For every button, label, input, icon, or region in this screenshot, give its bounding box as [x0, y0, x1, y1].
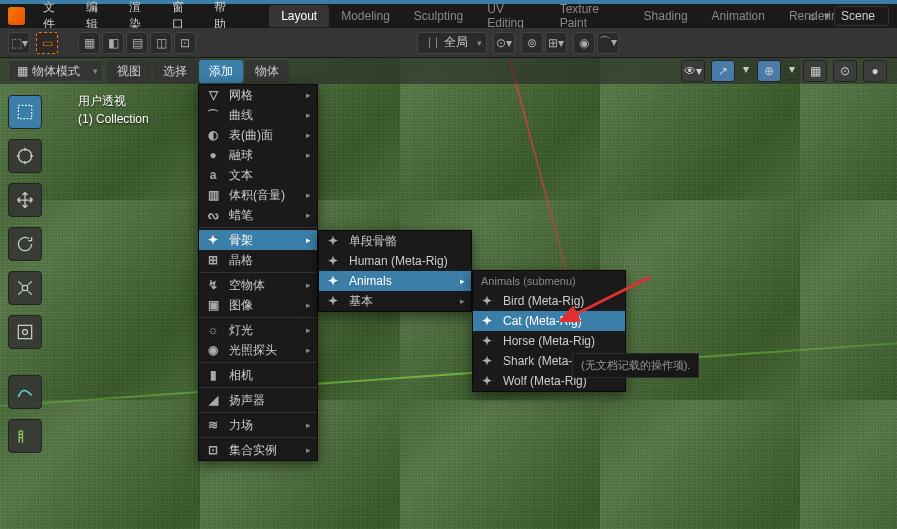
tab-shading[interactable]: Shading	[632, 5, 700, 27]
submenu-arrow-icon: ▸	[306, 210, 311, 220]
header-选择[interactable]: 选择	[153, 60, 197, 83]
snap-btn-4[interactable]: ◫	[150, 32, 172, 54]
annotate-tool[interactable]	[8, 375, 42, 409]
animals-Horse (Meta-Rig)[interactable]: ✦Horse (Meta-Rig)	[473, 331, 625, 351]
snap-toggle[interactable]: ⊚	[521, 32, 543, 54]
measure-tool[interactable]	[8, 419, 42, 453]
add-空物体[interactable]: ↯空物体▸	[199, 275, 317, 295]
add-文本-icon: a	[205, 168, 221, 182]
separator	[199, 362, 317, 363]
add-光照探头-icon: ◉	[205, 343, 221, 357]
snap-btn-5[interactable]: ⊡	[174, 32, 196, 54]
select-box-icon[interactable]: ▭	[36, 32, 58, 54]
add-表(曲)面[interactable]: ◐表(曲)面▸	[199, 125, 317, 145]
add-相机-icon: ▮	[205, 368, 221, 382]
move-tool[interactable]	[8, 183, 42, 217]
animals-Bird (Meta-Rig)-icon: ✦	[479, 294, 495, 308]
add-灯光-label: 灯光	[229, 322, 253, 339]
submenu-arrow-icon: ▸	[306, 235, 311, 245]
armature-基本-label: 基本	[349, 293, 373, 310]
add-骨架[interactable]: ✦骨架▸	[199, 230, 317, 250]
tab-sculpting[interactable]: Sculpting	[402, 5, 475, 27]
submenu-arrow-icon: ▸	[306, 420, 311, 430]
shading-solid[interactable]: ●	[863, 60, 887, 82]
proportional-curve[interactable]: ⌒▾	[597, 32, 619, 54]
gizmo-toggle[interactable]: ↗	[711, 60, 735, 82]
add-光照探头[interactable]: ◉光照探头▸	[199, 340, 317, 360]
scene-selector[interactable]: ☼ ▾	[804, 6, 889, 26]
select-tool[interactable]	[8, 95, 42, 129]
add-融球[interactable]: ●融球▸	[199, 145, 317, 165]
tab-layout[interactable]: Layout	[269, 5, 329, 27]
snap-settings[interactable]: ⊞▾	[545, 32, 567, 54]
collection-label: (1) Collection	[78, 110, 149, 128]
snap-btn-1[interactable]: ▦	[78, 32, 100, 54]
visibility-dropdown[interactable]: 👁▾	[681, 60, 705, 82]
animals-Bird (Meta-Rig)[interactable]: ✦Bird (Meta-Rig)	[473, 291, 625, 311]
add-扬声器[interactable]: ◢扬声器	[199, 390, 317, 410]
add-灯光[interactable]: ☼灯光▸	[199, 320, 317, 340]
add-蜡笔[interactable]: ᔓ蜡笔▸	[199, 205, 317, 225]
scene-icon: ☼	[804, 8, 820, 24]
add-扬声器-label: 扬声器	[229, 392, 265, 409]
add-图像[interactable]: ▣图像▸	[199, 295, 317, 315]
add-体积(音量)[interactable]: ▥体积(音量)▸	[199, 185, 317, 205]
add-晶格[interactable]: ⊞晶格	[199, 250, 317, 270]
cursor-tool[interactable]	[8, 139, 42, 173]
overlay-dropdown-icon[interactable]: ▾	[787, 60, 797, 82]
add-光照探头-label: 光照探头	[229, 342, 277, 359]
submenu-arrow-icon: ▸	[460, 276, 465, 286]
scene-dropdown-icon[interactable]: ▾	[824, 9, 830, 23]
scale-tool[interactable]	[8, 271, 42, 305]
mode-dropdown[interactable]: ▦物体模式	[8, 60, 103, 82]
add-相机-label: 相机	[229, 367, 253, 384]
tooltip: (无文档记载的操作项).	[572, 353, 699, 378]
rotate-tool[interactable]	[8, 227, 42, 261]
add-集合实例[interactable]: ⊡集合实例▸	[199, 440, 317, 460]
editor-type-dropdown[interactable]: ⬚▾	[8, 32, 30, 54]
snap-btn-3[interactable]: ▤	[126, 32, 148, 54]
armature-单段骨骼[interactable]: ✦单段骨骼	[319, 231, 471, 251]
xray-toggle[interactable]: ▦	[803, 60, 827, 82]
scene-name-input[interactable]	[834, 6, 889, 26]
submenu-arrow-icon: ▸	[306, 325, 311, 335]
header-物体[interactable]: 物体	[245, 60, 289, 83]
tab-animation[interactable]: Animation	[700, 5, 777, 27]
pivot-dropdown[interactable]: ⊙▾	[493, 32, 515, 54]
armature-Animals-label: Animals	[349, 274, 392, 288]
add-menu[interactable]: ▽网格▸⌒曲线▸◐表(曲)面▸●融球▸a文本▥体积(音量)▸ᔓ蜡笔▸✦骨架▸⊞晶…	[198, 84, 318, 461]
add-文本[interactable]: a文本	[199, 165, 317, 185]
submenu-arrow-icon: ▸	[306, 300, 311, 310]
animals-Wolf (Meta-Rig)-icon: ✦	[479, 374, 495, 388]
add-空物体-label: 空物体	[229, 277, 265, 294]
armature-基本[interactable]: ✦基本▸	[319, 291, 471, 311]
transform-orientation-dropdown[interactable]: ᛁᛁ全局	[417, 32, 487, 54]
armature-submenu[interactable]: ✦单段骨骼✦Human (Meta-Rig)✦Animals▸✦基本▸	[318, 230, 472, 312]
add-图像-icon: ▣	[205, 298, 221, 312]
add-灯光-icon: ☼	[205, 323, 221, 337]
separator	[199, 272, 317, 273]
proportional-toggle[interactable]: ◉	[573, 32, 595, 54]
animals-Cat (Meta-Rig)[interactable]: ✦Cat (Meta-Rig)	[473, 311, 625, 331]
transform-tool[interactable]	[8, 315, 42, 349]
tab-modeling[interactable]: Modeling	[329, 5, 402, 27]
add-体积(音量)-icon: ▥	[205, 188, 221, 202]
header-视图[interactable]: 视图	[107, 60, 151, 83]
shading-wireframe[interactable]: ⊙	[833, 60, 857, 82]
overlay-toggle[interactable]: ⊕	[757, 60, 781, 82]
armature-Human (Meta-Rig)[interactable]: ✦Human (Meta-Rig)	[319, 251, 471, 271]
blender-logo-icon[interactable]	[8, 7, 25, 25]
add-扬声器-icon: ◢	[205, 393, 221, 407]
add-力场[interactable]: ≋力场▸	[199, 415, 317, 435]
add-文本-label: 文本	[229, 167, 253, 184]
separator	[199, 317, 317, 318]
add-相机[interactable]: ▮相机	[199, 365, 317, 385]
animals-Cat (Meta-Rig)-icon: ✦	[479, 314, 495, 328]
add-曲线[interactable]: ⌒曲线▸	[199, 105, 317, 125]
header-添加[interactable]: 添加	[199, 60, 243, 83]
armature-Animals[interactable]: ✦Animals▸	[319, 271, 471, 291]
separator	[199, 437, 317, 438]
add-网格[interactable]: ▽网格▸	[199, 85, 317, 105]
snap-btn-2[interactable]: ◧	[102, 32, 124, 54]
gizmo-dropdown-icon[interactable]: ▾	[741, 60, 751, 82]
